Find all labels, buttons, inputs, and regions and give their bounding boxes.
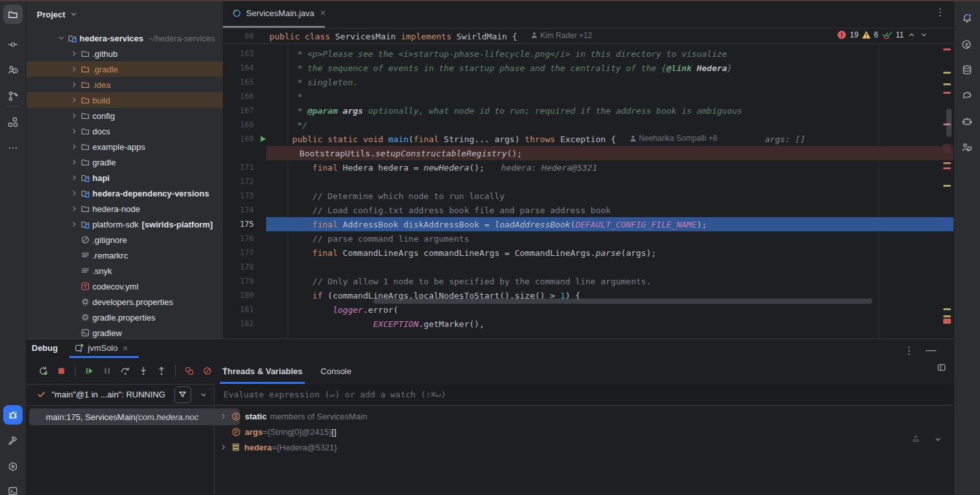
chevron-right-icon[interactable] bbox=[68, 49, 81, 58]
tree-item-gradle-properties[interactable]: gradle.properties bbox=[26, 310, 223, 325]
filter-frames-icon[interactable] bbox=[174, 386, 191, 403]
chevron-right-icon[interactable] bbox=[216, 412, 231, 421]
tool-strip-debug-button[interactable] bbox=[3, 405, 23, 425]
tree-item-gradle[interactable]: gradle bbox=[26, 154, 223, 170]
editor-tab-servicesmain[interactable]: ServicesMain.java bbox=[223, 0, 336, 26]
tree-item--github[interactable]: .github bbox=[26, 46, 223, 61]
tool-strip-services-button[interactable] bbox=[3, 457, 23, 476]
tree-item-hedera-node[interactable]: hedera-node bbox=[26, 201, 223, 216]
gutter-slot[interactable] bbox=[256, 135, 269, 143]
code-line-165[interactable]: 165 * singleton. bbox=[223, 75, 954, 89]
tool-strip-terminal-button[interactable] bbox=[3, 481, 23, 495]
tool-strip-database-button[interactable] bbox=[957, 60, 977, 79]
debug-tab-threads-variables[interactable]: Threads & Variables bbox=[213, 358, 311, 384]
debug-pause-button[interactable] bbox=[99, 363, 115, 379]
tree-item-platform-sdk[interactable]: platform-sdk[swirlds-platform] bbox=[26, 216, 223, 232]
tool-strip-gradle-button[interactable] bbox=[957, 85, 977, 105]
code-line-164[interactable]: 164 * the sequence of events in the star… bbox=[223, 61, 954, 75]
editor-options-kebab-icon[interactable]: ⋮ bbox=[935, 6, 945, 18]
evaluate-expression-bar[interactable]: Evaluate expression (↵) or add a watch (… bbox=[214, 384, 954, 406]
debug-step-out-button[interactable] bbox=[154, 363, 169, 379]
tree-item--snyk[interactable]: .snyk bbox=[26, 263, 223, 279]
tool-strip-project-button[interactable] bbox=[3, 5, 23, 24]
tree-item--gitignore[interactable]: .gitignore bbox=[26, 232, 223, 247]
tree-item-hapi[interactable]: hapi bbox=[26, 170, 223, 185]
tree-item-build[interactable]: build bbox=[26, 92, 223, 108]
code-line-171[interactable]: 171 final Hedera hedera = newHedera();he… bbox=[223, 160, 954, 174]
chevron-right-icon[interactable] bbox=[68, 142, 81, 151]
inspections-widget[interactable]: 19 6 11 bbox=[837, 30, 928, 39]
code-line-167[interactable]: 167 * @param args optionally, what node … bbox=[223, 103, 954, 118]
tree-item-gradlew[interactable]: gradlew bbox=[26, 325, 223, 339]
tool-strip-vcs-button[interactable] bbox=[3, 87, 23, 106]
horizontal-scrollbar[interactable] bbox=[373, 299, 872, 304]
close-icon[interactable] bbox=[319, 9, 327, 17]
tool-strip-code-with-me-button[interactable] bbox=[957, 138, 977, 157]
chevron-right-icon[interactable] bbox=[68, 204, 81, 213]
chevron-right-icon[interactable] bbox=[68, 173, 81, 182]
tool-strip-build-button[interactable] bbox=[3, 431, 23, 450]
tree-item-docs[interactable]: docs bbox=[26, 123, 223, 139]
code-line-168[interactable]: 168 */ bbox=[223, 118, 954, 132]
tree-item-codecov-yml[interactable]: codecov.yml bbox=[26, 279, 223, 294]
variable-row-args[interactable]: args = {String[0]@2415} [] bbox=[214, 424, 954, 439]
previous-problem-chevron-icon[interactable] bbox=[907, 30, 916, 39]
debug-session-tab[interactable]: jvmSolo bbox=[69, 339, 134, 357]
vertical-scrollbar[interactable] bbox=[946, 109, 952, 137]
debug-options-kebab-icon[interactable]: ⋮ bbox=[904, 344, 914, 357]
chevron-right-icon[interactable] bbox=[68, 111, 81, 120]
code-line-166[interactable]: 166 * bbox=[223, 89, 954, 103]
tool-strip-robot-button[interactable] bbox=[957, 112, 977, 131]
debug-step-into-button[interactable] bbox=[136, 363, 151, 379]
code-line-163[interactable]: 163 * <p>Please see the <i>startup-phase… bbox=[223, 47, 954, 61]
chevron-right-icon[interactable] bbox=[68, 189, 81, 198]
variable-row-hedera[interactable]: hedera = {Hedera@5321} bbox=[214, 439, 954, 455]
chevron-down-icon[interactable] bbox=[69, 10, 78, 19]
tool-strip-commit-button[interactable] bbox=[3, 35, 23, 54]
debug-view-breakpoints-button[interactable] bbox=[182, 363, 197, 379]
debug-panel-separator[interactable] bbox=[26, 339, 954, 339]
chevron-down-icon[interactable] bbox=[199, 390, 208, 399]
chevron-right-icon[interactable] bbox=[68, 220, 81, 229]
code-line-173[interactable]: 173 // Determine which node to run local… bbox=[223, 189, 954, 203]
chevron-down-icon[interactable] bbox=[55, 34, 68, 43]
tree-item-developers-properties[interactable]: developers.properties bbox=[26, 294, 223, 310]
tool-strip-more-button[interactable] bbox=[3, 138, 23, 158]
tool-strip-code-review-button[interactable] bbox=[3, 60, 23, 79]
run-line-icon[interactable] bbox=[259, 135, 267, 143]
code-line-182[interactable]: 182 EXCEPTION.getMarker(), bbox=[223, 317, 954, 331]
tool-strip-ai-assistant-button[interactable] bbox=[957, 35, 977, 54]
code-line-178[interactable]: 178 bbox=[223, 260, 954, 274]
close-icon[interactable] bbox=[121, 344, 129, 352]
chevron-right-icon[interactable] bbox=[68, 65, 81, 74]
layout-settings-icon[interactable] bbox=[937, 363, 946, 372]
tree-item--gradle[interactable]: .gradle bbox=[26, 61, 223, 77]
variable-row-static[interactable]: static members of ServicesMain bbox=[214, 408, 954, 424]
code-line-177[interactable]: 177 final CommandLineArgs commandLineArg… bbox=[223, 246, 954, 260]
code-line-179[interactable]: 179 // Only allow 1 node to be specified… bbox=[223, 274, 954, 288]
project-panel-title[interactable]: Project bbox=[37, 10, 65, 19]
code-line-172[interactable]: 172 bbox=[223, 174, 954, 189]
code-line-181[interactable]: 181 logger.error( bbox=[223, 302, 954, 317]
tree-item-example-apps[interactable]: example-apps bbox=[26, 139, 223, 154]
debug-tab-console[interactable]: Console bbox=[311, 358, 360, 384]
tool-strip-notifications-button[interactable] bbox=[957, 8, 977, 28]
next-problem-chevron-icon[interactable] bbox=[919, 30, 928, 39]
chevron-right-icon[interactable] bbox=[68, 127, 81, 136]
debug-rerun-button[interactable] bbox=[36, 363, 51, 379]
chevron-right-icon[interactable] bbox=[216, 443, 231, 452]
code-line-169[interactable]: 169 public static void main(final String… bbox=[223, 132, 954, 146]
chevron-right-icon[interactable] bbox=[68, 158, 81, 167]
code-line-176[interactable]: 176 // parse command line arguments bbox=[223, 231, 954, 246]
debug-step-over-button[interactable] bbox=[118, 363, 133, 379]
code-line-174[interactable]: 174 // Load config.txt address book file… bbox=[223, 203, 954, 217]
stack-frame-row[interactable]: main:175, ServicesMain (com.hedera.noc bbox=[29, 408, 240, 425]
code-line[interactable]: BootstrapUtils.setupConstructableRegistr… bbox=[223, 146, 954, 160]
tree-item--remarkrc[interactable]: .remarkrc bbox=[26, 247, 223, 263]
code-line-175[interactable]: 175 final AddressBook diskAddressBook = … bbox=[223, 217, 954, 231]
debug-resume-button[interactable] bbox=[81, 363, 97, 379]
chevron-right-icon[interactable] bbox=[68, 80, 81, 89]
chevron-right-icon[interactable] bbox=[68, 96, 81, 105]
hide-panel-icon[interactable]: — bbox=[926, 344, 936, 356]
tree-item-hedera-services[interactable]: hedera-services~/hedera-services bbox=[26, 30, 223, 46]
